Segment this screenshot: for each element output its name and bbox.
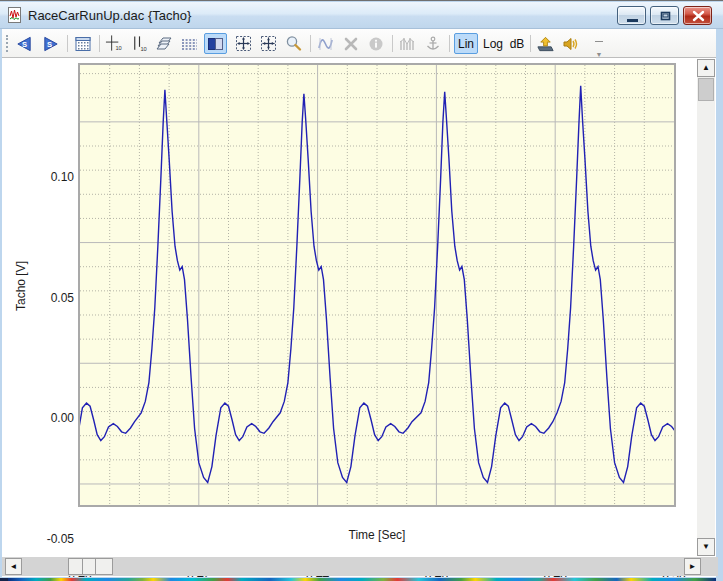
zoom-fit-button[interactable]: [233, 33, 254, 54]
dual-cursor-10-icon: 10: [130, 34, 149, 53]
toolbar-separator: [67, 35, 68, 52]
db-scale-button[interactable]: dB: [506, 33, 528, 54]
scroll-left-button[interactable]: ◄: [5, 558, 22, 575]
window-title: RaceCarRunUp.dac {Tacho}: [28, 8, 191, 23]
magnifier-icon: [284, 34, 303, 53]
y-tick-label: 0.10: [30, 170, 74, 184]
close-button[interactable]: [683, 6, 712, 25]
comb-spectrum-icon: [398, 35, 417, 53]
wave-button-disabled: [315, 33, 336, 54]
right-arrow-icon: ►: [689, 563, 697, 571]
log-scale-button[interactable]: Log: [480, 33, 506, 54]
layers-icon: [155, 35, 174, 53]
zoom-fit-icon: [234, 34, 253, 53]
left-arrow-icon: ◄: [10, 563, 18, 571]
plot-area[interactable]: [78, 63, 676, 507]
dac-document-icon: [7, 7, 23, 23]
svg-text:S: S: [22, 39, 27, 48]
horizontal-scrollbar[interactable]: ◄ ►: [2, 557, 709, 576]
vertical-scroll-thumb[interactable]: [698, 78, 714, 101]
scroll-right-button[interactable]: ►: [684, 558, 701, 575]
step-forward-s-icon: S: [41, 35, 60, 53]
speaker-icon: [561, 35, 580, 53]
export-button[interactable]: [535, 33, 556, 54]
vertical-scrollbar[interactable]: ▲ ▼: [697, 59, 715, 556]
comb-button-disabled: [397, 33, 418, 54]
y-tick-label: 0.00: [30, 411, 74, 425]
lin-scale-button[interactable]: Lin: [454, 33, 478, 54]
anchor-icon: [424, 35, 442, 53]
crosshair-10-icon: 10: [105, 34, 124, 53]
delete-button-disabled: [340, 33, 361, 54]
app-window: RaceCarRunUp.dac {Tacho} S S: [0, 0, 723, 581]
step-forward-button[interactable]: S: [40, 33, 61, 54]
horizontal-scroll-thumb[interactable]: [68, 558, 113, 575]
toolbar-separator: [449, 35, 450, 52]
step-back-button[interactable]: S: [14, 33, 35, 54]
toolbar-separator: [530, 35, 531, 52]
svg-text:10: 10: [115, 45, 121, 51]
scroll-up-button[interactable]: ▲: [697, 59, 715, 77]
data-grid-button[interactable]: [72, 33, 93, 54]
y-tick-label: 0.05: [30, 291, 74, 305]
scroll-down-button[interactable]: ▼: [697, 538, 715, 556]
speaker-button[interactable]: [560, 33, 581, 54]
book-view-icon: [206, 35, 225, 53]
step-back-s-icon: S: [15, 35, 34, 53]
dotted-rows-icon: [180, 35, 199, 53]
info-button-disabled: [365, 33, 386, 54]
svg-text:10: 10: [140, 46, 146, 52]
toolbar: S S: [2, 29, 716, 58]
info-icon: [367, 35, 385, 53]
wave-icon: [316, 35, 335, 53]
toolbar-separator: [99, 35, 100, 52]
down-arrow-icon: ▼: [702, 543, 710, 551]
scrollbar-corner: [709, 557, 718, 576]
zoom-region-icon: [259, 34, 278, 53]
x-icon: [342, 35, 360, 53]
minimize-button[interactable]: [617, 6, 646, 25]
waveform-plot: [80, 65, 674, 505]
x-axis-label: Time [Sec]: [257, 528, 497, 542]
grid-rows-button[interactable]: [179, 33, 200, 54]
svg-text:S: S: [47, 39, 52, 48]
title-bar: RaceCarRunUp.dac {Tacho}: [0, 2, 723, 29]
toolbar-separator: [392, 35, 393, 52]
data-grid-icon: [74, 35, 92, 53]
y-axis-label: Tacho [V]: [14, 176, 30, 396]
magnifier-button[interactable]: [283, 33, 304, 54]
y-tick-label: -0.05: [30, 532, 74, 546]
maximize-restore-button[interactable]: [650, 6, 679, 25]
single-cursor-button[interactable]: 10: [104, 33, 125, 54]
export-hand-icon: [536, 35, 555, 53]
zoom-region-button[interactable]: [258, 33, 279, 54]
toolbar-separator: [310, 35, 311, 52]
toolbar-grip[interactable]: [6, 35, 9, 52]
up-arrow-icon: ▲: [702, 64, 710, 72]
anchor-button-disabled: [422, 33, 443, 54]
chart-client-area: 0.100.050.00-0.050.400.420.440.460.480.5…: [2, 58, 716, 577]
dual-cursor-button[interactable]: 10: [129, 33, 150, 54]
book-view-button[interactable]: [204, 33, 227, 54]
layers-button[interactable]: [154, 33, 175, 54]
